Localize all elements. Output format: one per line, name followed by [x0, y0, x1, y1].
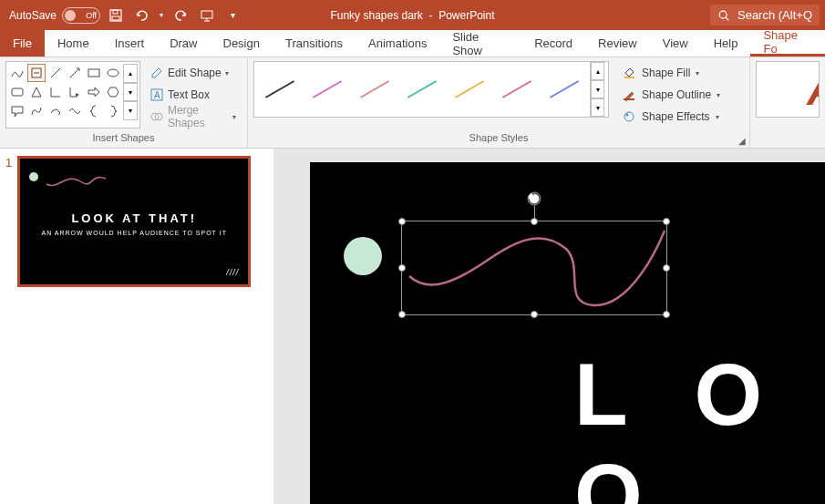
shape-curved-arrow-icon[interactable]	[46, 102, 65, 120]
slide-circle-shape[interactable]	[344, 237, 382, 275]
tab-shape-format[interactable]: Shape Fo	[750, 30, 825, 57]
shape-fill-label: Shape Fill	[642, 67, 690, 79]
window-title: Funky shapes dark - PowerPoint	[330, 9, 494, 22]
tab-record[interactable]: Record	[521, 30, 585, 57]
resize-handle-s[interactable]	[531, 311, 538, 318]
svg-point-22	[626, 114, 629, 117]
slide-scribble-shape[interactable]	[402, 221, 668, 316]
selection-bounding-box[interactable]	[401, 221, 667, 315]
shape-block-arrow-icon[interactable]	[85, 83, 103, 101]
tab-file[interactable]: File	[0, 30, 45, 57]
shape-gallery[interactable]: ▴ ▾ ▾	[5, 61, 140, 129]
slide-canvas[interactable]: L O O	[310, 162, 825, 504]
tab-review[interactable]: Review	[585, 30, 650, 57]
resize-handle-ne[interactable]	[663, 218, 670, 225]
resize-handle-n[interactable]	[531, 218, 538, 225]
present-from-beginning-button[interactable]	[197, 5, 217, 26]
shape-right-brace-icon[interactable]	[104, 102, 122, 120]
text-box-button[interactable]: A Text Box	[146, 85, 240, 105]
tab-help[interactable]: Help	[701, 30, 751, 57]
resize-handle-nw[interactable]	[398, 218, 406, 225]
style-preset[interactable]	[400, 68, 444, 110]
svg-rect-1	[113, 10, 118, 14]
wordart-gallery[interactable]: A	[756, 61, 820, 118]
redo-button[interactable]	[171, 5, 191, 26]
tab-home[interactable]: Home	[45, 30, 102, 57]
shape-effects-button[interactable]: Shape Effects ▾	[618, 107, 724, 127]
slide-editor-pane[interactable]: L O O	[273, 149, 825, 504]
svg-point-21	[624, 112, 634, 121]
svg-rect-2	[112, 16, 119, 20]
resize-handle-w[interactable]	[398, 264, 406, 272]
shape-wave-icon[interactable]	[66, 102, 84, 120]
gallery-up-icon[interactable]: ▴	[123, 64, 138, 83]
shape-elbow-arrow-icon[interactable]	[66, 83, 84, 101]
tab-transitions[interactable]: Transitions	[273, 30, 356, 57]
save-icon[interactable]	[106, 5, 126, 26]
tab-insert[interactable]: Insert	[102, 30, 158, 57]
shape-l-connector-icon[interactable]	[46, 83, 65, 101]
merge-shapes-icon	[150, 109, 164, 124]
pen-icon	[622, 87, 636, 102]
shape-oval-icon[interactable]	[104, 64, 122, 82]
thumb-scribble-shape	[44, 168, 117, 195]
tab-design[interactable]: Design	[211, 30, 273, 57]
svg-rect-3	[201, 11, 212, 18]
shape-triangle-icon[interactable]	[27, 83, 46, 101]
shape-callout-icon[interactable]	[8, 102, 26, 120]
tab-slide-show[interactable]: Slide Show	[439, 30, 521, 57]
style-preset[interactable]	[258, 68, 302, 110]
shape-style-gallery[interactable]: ▴ ▾ ▾	[253, 61, 609, 118]
undo-button[interactable]	[131, 5, 151, 26]
style-preset[interactable]	[495, 68, 539, 110]
group-label-wordart	[756, 132, 820, 146]
shape-gallery-scroll[interactable]: ▴ ▾ ▾	[123, 64, 138, 120]
style-preset[interactable]	[353, 68, 397, 110]
style-preset[interactable]	[448, 68, 491, 110]
edit-shape-icon	[150, 66, 164, 80]
svg-rect-19	[624, 77, 634, 78]
gallery-down-icon[interactable]: ▾	[123, 83, 138, 102]
dialog-launcher-icon[interactable]: ◢	[738, 136, 746, 146]
slide-number: 1	[5, 156, 12, 497]
style-preset[interactable]	[542, 68, 586, 110]
shape-hexagon-icon[interactable]	[104, 83, 122, 101]
resize-handle-se[interactable]	[663, 311, 670, 318]
shape-line-icon[interactable]	[46, 64, 65, 82]
gallery-down-icon[interactable]: ▾	[591, 80, 604, 98]
style-preset[interactable]	[305, 68, 349, 110]
shape-textbox-icon[interactable]	[27, 64, 46, 82]
shape-fill-button[interactable]: Shape Fill ▾	[618, 63, 724, 83]
shape-scribble-icon[interactable]	[8, 64, 26, 82]
undo-dropdown[interactable]: ▾	[157, 5, 166, 26]
gallery-more-icon[interactable]: ▾	[591, 98, 604, 117]
resize-handle-sw[interactable]	[398, 311, 406, 318]
wordart-preview-icon: A	[807, 65, 820, 115]
search-icon	[717, 9, 730, 22]
gallery-up-icon[interactable]: ▴	[591, 62, 604, 80]
edit-shape-label: Edit Shape	[168, 67, 222, 79]
svg-line-11	[70, 68, 79, 77]
shape-outline-button[interactable]: Shape Outline ▾	[618, 85, 724, 105]
slide-thumbnail[interactable]: LOOK AT THAT! AN ARROW WOULD HELP AUDIEN…	[17, 156, 251, 287]
tab-view[interactable]: View	[650, 30, 701, 57]
gallery-more-icon[interactable]: ▾	[123, 101, 138, 120]
shape-left-brace-icon[interactable]	[85, 102, 103, 120]
edit-shape-button[interactable]: Edit Shape ▾	[146, 63, 240, 83]
tab-animations[interactable]: Animations	[356, 30, 439, 57]
svg-point-13	[108, 69, 119, 77]
autosave-toggle[interactable]: Off	[62, 7, 100, 24]
paint-bucket-icon	[622, 66, 636, 80]
shape-rounded-rect-icon[interactable]	[8, 83, 26, 101]
resize-handle-e[interactable]	[663, 264, 670, 272]
shape-arrow-line-icon[interactable]	[66, 64, 84, 82]
tab-draw[interactable]: Draw	[157, 30, 210, 57]
qat-customize-button[interactable]: ▾	[222, 5, 242, 26]
style-gallery-scroll[interactable]: ▴ ▾ ▾	[590, 62, 604, 117]
shape-freeform-icon[interactable]	[27, 102, 46, 120]
slide-thumbnail-pane[interactable]: 1 LOOK AT THAT! AN ARROW WOULD HELP AUDI…	[0, 149, 273, 504]
rotation-handle[interactable]	[526, 190, 542, 207]
search-box[interactable]: Search (Alt+Q	[710, 5, 820, 26]
chevron-down-icon: ▾	[717, 91, 720, 99]
shape-rectangle-icon[interactable]	[85, 64, 103, 82]
